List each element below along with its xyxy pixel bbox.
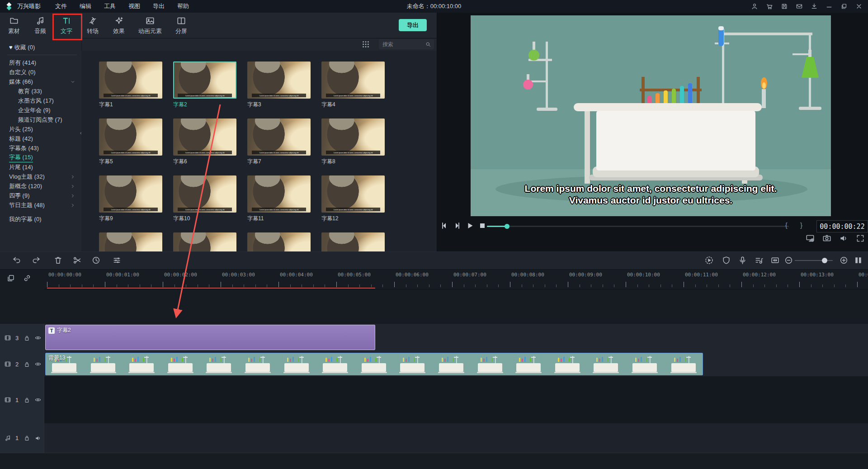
template-thumbnail[interactable]: Lorem ipsum dolor sit amet, consectetur …: [247, 118, 311, 156]
snapshot-button[interactable]: [822, 233, 832, 243]
sidebar-item-字幕条[interactable]: 字幕条 (43): [0, 143, 81, 153]
mic-button[interactable]: [737, 255, 748, 266]
manage-tracks-button[interactable]: [5, 273, 16, 284]
sidebar-item-我的字幕[interactable]: 我的字幕 (0): [0, 214, 81, 224]
sidebar-item-字幕[interactable]: 字幕 (15): [0, 153, 81, 162]
template-card-partial[interactable]: Lorem ipsum dolor sit amet, consectetur …: [321, 232, 385, 251]
chevron-right-icon[interactable]: [70, 202, 76, 208]
chevron-right-icon[interactable]: [70, 174, 76, 180]
adjust-button[interactable]: [111, 255, 122, 266]
play-button[interactable]: [465, 221, 475, 231]
panes-button[interactable]: [853, 255, 863, 266]
fullscreen-button[interactable]: [855, 233, 865, 243]
fit-width-button[interactable]: [769, 255, 780, 266]
template-thumbnail[interactable]: Lorem ipsum dolor sit amet, consectetur …: [247, 232, 311, 251]
sidebar-item-新概念[interactable]: 新概念 (120): [0, 181, 81, 191]
sidebar-item-所有[interactable]: 所有 (414): [0, 58, 81, 67]
template-thumbnail[interactable]: Lorem ipsum dolor sit amet, consectetur …: [99, 62, 162, 99]
template-card-字幕5[interactable]: Lorem ipsum dolor sit amet, consectetur …: [99, 118, 162, 166]
tab-效果[interactable]: 效果: [106, 13, 132, 38]
template-thumbnail[interactable]: Lorem ipsum dolor sit amet, consectetur …: [173, 175, 236, 213]
template-card-字幕7[interactable]: Lorem ipsum dolor sit amet, consectetur …: [247, 118, 311, 166]
close-button[interactable]: [854, 1, 864, 11]
timeline-zoom-knob[interactable]: [822, 258, 827, 263]
time-ruler[interactable]: 00:00:00:0000:00:01:0000:00:02:0000:00:0…: [44, 269, 868, 289]
chevron-down-icon[interactable]: [70, 79, 76, 85]
sidebar-item-水墨古风[interactable]: 水墨古风 (17): [0, 96, 81, 105]
sidebar-item-教育[interactable]: 教育 (33): [0, 86, 81, 96]
render-preview-button[interactable]: [703, 255, 714, 266]
template-thumbnail[interactable]: Lorem ipsum dolor sit amet, consectetur …: [321, 175, 385, 213]
next-frame-button[interactable]: [453, 221, 462, 231]
export-button[interactable]: 导出: [399, 19, 427, 31]
template-thumbnail[interactable]: Lorem ipsum dolor sit amet, consectetur …: [321, 118, 385, 156]
scissors-button[interactable]: [71, 255, 82, 266]
template-card-字幕6[interactable]: Lorem ipsum dolor sit amet, consectetur …: [173, 118, 236, 166]
track-header-video-3[interactable]: 3: [0, 324, 44, 352]
speaker-button[interactable]: [839, 233, 849, 243]
template-card-字幕11[interactable]: Lorem ipsum dolor sit amet, consectetur …: [247, 175, 311, 223]
template-thumbnail[interactable]: Lorem ipsum dolor sit amet, consectetur …: [173, 62, 236, 99]
menu-item[interactable]: 工具: [98, 2, 122, 10]
account-button[interactable]: [749, 1, 760, 11]
sidebar-item-收藏[interactable]: ♥收藏 (0): [0, 43, 81, 52]
timeline-zoom-slider[interactable]: [795, 260, 833, 261]
redo-button[interactable]: [31, 255, 42, 266]
template-card-字幕10[interactable]: Lorem ipsum dolor sit amet, consectetur …: [173, 175, 236, 223]
sidebar-item-频道订阅点赞[interactable]: 频道订阅点赞 (7): [0, 115, 81, 124]
chevron-right-icon[interactable]: [70, 193, 76, 199]
menu-item[interactable]: 编辑: [73, 2, 98, 10]
marker-button[interactable]: [721, 255, 731, 266]
track-header-video-2[interactable]: 2: [0, 352, 44, 376]
track-header-video-1[interactable]: 1: [0, 376, 44, 423]
menu-item[interactable]: 导出: [146, 2, 171, 10]
template-thumbnail[interactable]: Lorem ipsum dolor sit amet, consectetur …: [321, 232, 385, 251]
menu-item[interactable]: 视图: [122, 2, 146, 10]
trash-button[interactable]: [52, 255, 63, 266]
sidebar-item-自定义[interactable]: 自定义 (0): [0, 67, 81, 77]
link-button[interactable]: [22, 273, 33, 284]
mark-in-out-buttons[interactable]: { }: [785, 221, 808, 229]
template-card-字幕1[interactable]: Lorem ipsum dolor sit amet, consectetur …: [99, 62, 162, 109]
template-thumbnail[interactable]: Lorem ipsum dolor sit amet, consectetur …: [99, 175, 162, 213]
seek-knob[interactable]: [505, 224, 509, 229]
search-input[interactable]: [379, 41, 425, 48]
menu-item[interactable]: 帮助: [171, 2, 195, 10]
template-card-字幕2[interactable]: Lorem ipsum dolor sit amet, consectetur …: [173, 62, 236, 109]
clip-subtitle[interactable]: T 字幕2: [45, 325, 375, 350]
template-thumbnail[interactable]: Lorem ipsum dolor sit amet, consectetur …: [247, 175, 311, 213]
template-card-字幕12[interactable]: Lorem ipsum dolor sit amet, consectetur …: [321, 175, 385, 223]
template-card-字幕3[interactable]: Lorem ipsum dolor sit amet, consectetur …: [247, 62, 311, 109]
menu-item[interactable]: 文件: [49, 2, 73, 10]
cart-button[interactable]: [764, 1, 775, 11]
template-card-partial[interactable]: Lorem ipsum dolor sit amet, consectetur …: [173, 232, 236, 251]
sidebar-item-节日主题[interactable]: 节日主题 (48): [0, 200, 81, 210]
tab-分屏[interactable]: 分屏: [168, 13, 194, 38]
template-card-partial[interactable]: Lorem ipsum dolor sit amet, consectetur …: [247, 232, 311, 251]
sidebar-item-Vlog主题[interactable]: Vlog主题 (32): [0, 172, 81, 181]
template-thumbnail[interactable]: Lorem ipsum dolor sit amet, consectetur …: [99, 232, 162, 251]
sidebar-item-媒体[interactable]: 媒体 (66): [0, 77, 81, 86]
template-card-partial[interactable]: Lorem ipsum dolor sit amet, consectetur …: [99, 232, 162, 251]
template-card-字幕9[interactable]: Lorem ipsum dolor sit amet, consectetur …: [99, 175, 162, 223]
sidebar-item-标题[interactable]: 标题 (42): [0, 134, 81, 143]
template-thumbnail[interactable]: Lorem ipsum dolor sit amet, consectetur …: [173, 118, 236, 156]
tab-素材[interactable]: 素材: [1, 13, 27, 38]
zoom-out-button[interactable]: [783, 255, 794, 266]
sidebar-item-四季[interactable]: 四季 (9): [0, 191, 81, 200]
tab-转场[interactable]: 转场: [80, 13, 106, 38]
zoom-in-button[interactable]: [838, 255, 849, 266]
sidebar-item-企业年会[interactable]: 企业年会 (9): [0, 105, 81, 115]
template-card-字幕4[interactable]: Lorem ipsum dolor sit amet, consectetur …: [321, 62, 385, 109]
grid-view-button[interactable]: [362, 40, 370, 48]
sidebar-item-片头[interactable]: 片头 (25): [0, 124, 81, 134]
save-button[interactable]: [779, 1, 790, 11]
clock-button[interactable]: [90, 255, 101, 266]
clip-background[interactable]: 背景13: [45, 353, 703, 375]
minimize-button[interactable]: [824, 1, 835, 11]
stop-button[interactable]: [478, 221, 488, 231]
template-thumbnail[interactable]: Lorem ipsum dolor sit amet, consectetur …: [247, 62, 311, 99]
download-button[interactable]: [809, 1, 820, 11]
mixer-button[interactable]: [753, 255, 764, 266]
template-card-字幕8[interactable]: Lorem ipsum dolor sit amet, consectetur …: [321, 118, 385, 166]
